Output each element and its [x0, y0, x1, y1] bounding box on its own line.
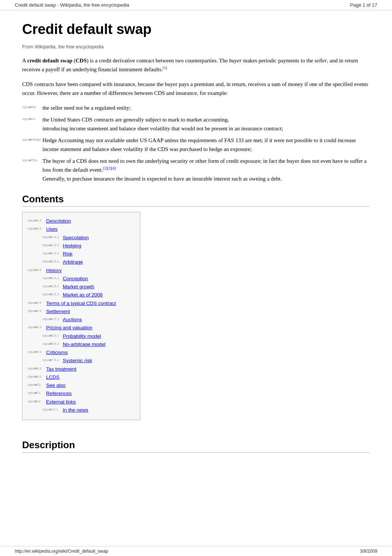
toc-link[interactable]: Market growth — [63, 283, 94, 291]
toc-item: squa■2.6.2 Hedging — [28, 242, 133, 250]
toc-item: squa■5.6 Settlement — [28, 308, 133, 315]
toc-link[interactable]: Risk — [63, 250, 72, 258]
toc-prefix: squa■1.6 — [28, 217, 46, 223]
toc-link[interactable]: References — [46, 390, 72, 397]
toc-link[interactable]: Criticisms — [46, 349, 68, 356]
toc-prefix: squa■3.6.2 — [42, 283, 63, 289]
bullet-text: Hedge Accounting may not available under… — [42, 136, 370, 154]
toc-link[interactable]: No-arbitrage model — [63, 341, 106, 348]
toc-prefix: squa■11 — [28, 390, 46, 396]
toc-item: squa■6.6 Pricing and valuation — [28, 324, 133, 332]
bullet-prefix: squa■the — [22, 103, 42, 110]
toc-link[interactable]: Speculation — [63, 234, 89, 241]
toc-item: squa■12 External links — [28, 398, 133, 406]
toc-prefix: squa■5.6.1 — [42, 316, 63, 322]
toc-link[interactable]: Terms of a typical CDS contract — [46, 300, 116, 307]
list-item: squa■the the seller need not be a regula… — [22, 103, 370, 112]
contents-heading: Contents — [22, 193, 370, 207]
toc-link[interactable]: LCDS — [46, 374, 59, 381]
toc-item: squa■2.6.4 Arbitrage — [28, 258, 133, 266]
bullet-text: The buyer of a CDS does not need to own … — [42, 157, 370, 183]
toc-link[interactable]: Description — [46, 217, 71, 225]
toc-item: squa■3.6.3 Market as of 2008 — [28, 291, 133, 299]
toc-item: squa■12.1 In the news — [28, 406, 133, 414]
page-title: Credit default swap — [22, 21, 370, 37]
contents-box: squa■1.6 Description squa■2.6 Uses squa■… — [22, 212, 140, 420]
bullet-list: squa■the the seller need not be a regula… — [22, 103, 370, 183]
toc-prefix: squa■10 — [28, 382, 46, 388]
toc-prefix: squa■7.6.1 — [42, 357, 63, 363]
toc-link[interactable]: Conception — [63, 275, 88, 282]
toc-link[interactable]: Settlement — [46, 308, 70, 315]
toc-link[interactable]: Probability model — [63, 333, 101, 340]
toc-item: squa■7.6 Criticisms — [28, 349, 133, 356]
toc-item: squa■2.6 Uses — [28, 226, 133, 233]
toc-item: squa■3.6.1 Conception — [28, 275, 133, 282]
bullet-prefix: squa■ins — [22, 115, 42, 121]
toc-prefix: squa■8.6 — [28, 365, 46, 371]
toc-link[interactable]: Systemic risk — [63, 357, 92, 364]
toc-prefix: squa■3.6.1 — [42, 275, 63, 281]
toc-link[interactable]: Auctions — [63, 316, 82, 323]
toc-link[interactable]: Hedging — [63, 242, 81, 250]
list-item: squa■ins the United States CDS contracts… — [22, 115, 370, 133]
page-date: 3/8/2009 — [360, 549, 377, 554]
intro-paragraph-1: A credit default swap (CDS) is a credit … — [22, 56, 370, 74]
toc-prefix: squa■6.6.1 — [42, 333, 63, 339]
list-item: squa■The The buyer of a CDS does not nee… — [22, 157, 370, 183]
intro-paragraph-2: CDS contracts have been compared with in… — [22, 80, 370, 97]
toc-item: squa■6.6.2 No-arbitrage model — [28, 341, 133, 348]
toc-item: squa■10 See also — [28, 382, 133, 389]
toc-prefix: squa■2.6 — [28, 226, 46, 231]
toc-item: squa■7.6.1 Systemic risk — [28, 357, 133, 364]
toc-prefix: squa■6.6.2 — [42, 341, 63, 347]
toc-link[interactable]: See also — [46, 382, 66, 389]
toc-prefix: squa■9.6 — [28, 374, 46, 380]
toc-prefix: squa■12 — [28, 398, 46, 404]
toc-prefix: squa■2.6.3 — [42, 250, 63, 256]
toc-prefix: squa■4.6 — [28, 300, 46, 306]
main-content: Credit default swap From Wikipedia, the … — [0, 10, 392, 480]
toc-item: squa■2.6.3 Risk — [28, 250, 133, 258]
toc-link[interactable]: History — [46, 267, 62, 274]
toc-link[interactable]: Pricing and valuation — [46, 324, 92, 332]
toc-link[interactable]: Uses — [46, 226, 58, 233]
top-bar: Credit default swap - Wikipedia, the fre… — [0, 0, 392, 10]
description-section-title: Description — [22, 439, 370, 453]
bullet-prefix: squa■Hedge — [22, 136, 42, 142]
toc-item: squa■1.6 Description — [28, 217, 133, 225]
bottom-bar: http://en.wikipedia.org/wiki/Credit_defa… — [0, 546, 392, 556]
bullet-text: the seller need not be a regulated entit… — [42, 103, 370, 112]
toc-item: squa■8.6 Tax treatment — [28, 365, 133, 373]
toc-prefix: squa■6.6 — [28, 324, 46, 330]
bullet-prefix: squa■The — [22, 157, 42, 163]
toc-prefix: squa■3.6.3 — [42, 291, 63, 297]
toc-item: squa■3.6 History — [28, 267, 133, 274]
toc-prefix: squa■2.6.2 — [42, 242, 63, 248]
toc-item: squa■3.6.2 Market growth — [28, 283, 133, 291]
toc-prefix: squa■5.6 — [28, 308, 46, 314]
toc-prefix: squa■7.6 — [28, 349, 46, 355]
toc-link[interactable]: In the news — [63, 406, 88, 414]
toc-link[interactable]: Tax treatment — [46, 365, 76, 373]
toc-prefix: squa■3.6 — [28, 267, 46, 273]
toc-prefix: squa■12.1 — [42, 406, 63, 412]
toc-link[interactable]: External links — [46, 398, 76, 406]
list-item: squa■Hedge Hedge Accounting may not avai… — [22, 136, 370, 154]
page-info: Page 1 of 17 — [350, 2, 377, 8]
toc-item: squa■4.6 Terms of a typical CDS contract — [28, 300, 133, 307]
toc-link[interactable]: Arbitrage — [63, 258, 83, 266]
toc-prefix: squa■2.6.1 — [42, 234, 63, 240]
toc-link[interactable]: Market as of 2008 — [63, 291, 103, 299]
toc-prefix: squa■2.6.4 — [42, 258, 63, 264]
bullet-text: the United States CDS contracts are gene… — [42, 115, 370, 133]
toc-list: squa■1.6 Description squa■2.6 Uses squa■… — [28, 217, 133, 414]
browser-title: Credit default swap - Wikipedia, the fre… — [15, 2, 129, 8]
toc-item: squa■6.6.1 Probability model — [28, 333, 133, 340]
from-line: From Wikipedia, the free encyclopedia — [22, 44, 370, 49]
toc-item: squa■5.6.1 Auctions — [28, 316, 133, 323]
toc-item: squa■2.6.1 Speculation — [28, 234, 133, 241]
toc-item: squa■9.6 LCDS — [28, 374, 133, 381]
page-url: http://en.wikipedia.org/wiki/Credit_defa… — [15, 549, 108, 554]
toc-item: squa■11 References — [28, 390, 133, 397]
